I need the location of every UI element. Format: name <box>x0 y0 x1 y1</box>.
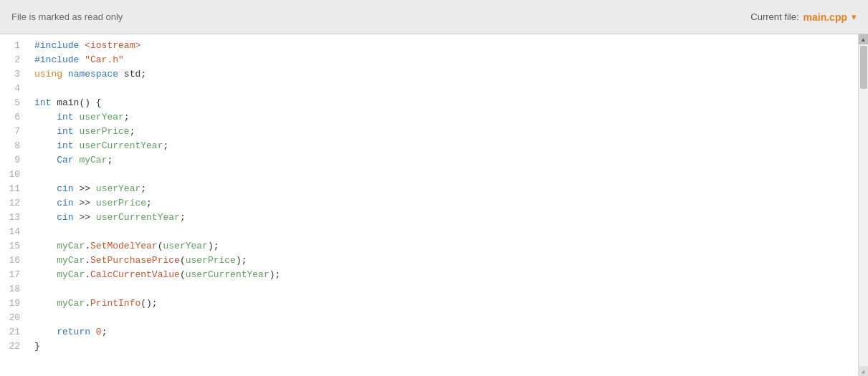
line-number: 12 <box>0 196 26 211</box>
code-token <box>34 155 57 165</box>
code-token: >> <box>74 183 96 194</box>
code-token: >> <box>74 212 96 223</box>
code-token: CalcCurrentValue <box>90 269 180 280</box>
code-token <box>90 327 96 337</box>
code-token: ; <box>124 112 130 122</box>
code-line <box>34 225 858 239</box>
scrollbar-up-button[interactable]: ▲ <box>859 34 869 44</box>
code-line: int userCurrentYear; <box>34 139 858 153</box>
code-token: >> <box>74 198 96 208</box>
code-token: ; <box>140 183 146 194</box>
line-number: 4 <box>0 82 26 96</box>
code-token: namespace <box>68 69 118 79</box>
code-token <box>34 140 57 151</box>
code-token: myCar <box>79 155 107 165</box>
code-line: int userPrice; <box>34 125 858 139</box>
line-numbers: 12345678910111213141516171819202122 <box>0 34 26 376</box>
code-line: #include <iostream> <box>34 39 858 53</box>
current-file-name: main.cpp <box>803 11 847 23</box>
line-number: 15 <box>0 239 26 254</box>
code-line: myCar.SetPurchasePrice(userPrice); <box>34 254 858 268</box>
code-line <box>34 311 858 325</box>
line-number: 13 <box>0 211 26 225</box>
line-number: 5 <box>0 96 26 110</box>
code-token: int <box>57 140 73 151</box>
editor-container: 12345678910111213141516171819202122 #inc… <box>0 34 868 376</box>
code-token: ; <box>102 327 108 337</box>
code-token <box>62 69 68 79</box>
code-token: ; <box>180 212 186 223</box>
code-token <box>34 241 57 251</box>
code-token: SetPurchasePrice <box>90 255 180 266</box>
code-token <box>34 269 57 280</box>
code-token: userCurrentYear <box>186 269 270 280</box>
scrollbar-thumb[interactable] <box>860 46 867 89</box>
line-number: 3 <box>0 67 26 82</box>
editor-scrollbar[interactable]: ▲ ▼ <box>858 34 868 376</box>
scrollbar-track[interactable] <box>859 44 868 366</box>
code-line: myCar.CalcCurrentValue(userCurrentYear); <box>34 268 858 282</box>
resize-icon: ◢ <box>862 368 865 375</box>
code-token: ( <box>180 255 186 266</box>
code-token: userPrice <box>79 126 129 137</box>
code-token: userYear <box>96 183 140 194</box>
code-token: ; <box>107 155 113 165</box>
code-token: userCurrentYear <box>96 212 180 223</box>
code-token: myCar <box>57 241 85 251</box>
line-number: 14 <box>0 225 26 239</box>
code-token: } <box>34 341 40 352</box>
code-token: ; <box>130 126 135 137</box>
code-token <box>34 183 57 194</box>
code-token: ( <box>180 269 186 280</box>
code-token: userPrice <box>186 255 236 266</box>
line-number: 11 <box>0 182 26 196</box>
code-token: . <box>85 255 90 266</box>
code-token: <iostream> <box>85 40 140 51</box>
code-token: userPrice <box>96 198 146 208</box>
code-line: } <box>34 339 858 354</box>
code-token <box>34 327 57 337</box>
code-line: Car myCar; <box>34 153 858 168</box>
code-token: ; <box>163 140 168 151</box>
line-number: 17 <box>0 268 26 282</box>
code-token: #include <box>34 40 85 51</box>
code-token: . <box>85 269 90 280</box>
code-token: cin <box>57 198 73 208</box>
code-line: myCar.PrintInfo(); <box>34 297 858 311</box>
code-token <box>34 212 57 223</box>
code-token: using <box>34 69 62 79</box>
code-token: cin <box>57 212 73 223</box>
line-number: 10 <box>0 168 26 182</box>
line-number: 22 <box>0 339 26 354</box>
read-only-label: File is marked as read only <box>11 11 123 22</box>
code-token: . <box>85 298 90 309</box>
line-number: 8 <box>0 139 26 153</box>
code-token: int <box>57 112 73 122</box>
code-token: PrintInfo <box>90 298 140 309</box>
dropdown-arrow-icon[interactable]: ▾ <box>852 11 857 22</box>
code-area[interactable]: #include <iostream>#include "Car.h"using… <box>26 34 858 376</box>
code-token: return <box>57 327 90 337</box>
line-number: 18 <box>0 282 26 297</box>
code-line: cin >> userCurrentYear; <box>34 211 858 225</box>
code-token: myCar <box>57 269 85 280</box>
code-line: cin >> userPrice; <box>34 196 858 211</box>
code-token: int <box>57 126 73 137</box>
line-number: 7 <box>0 125 26 139</box>
code-token: userYear <box>79 112 123 122</box>
resize-corner: ◢ <box>858 366 868 376</box>
line-number: 16 <box>0 254 26 268</box>
code-line: int userYear; <box>34 110 858 125</box>
code-token: userYear <box>163 241 207 251</box>
code-token: ; <box>146 198 152 208</box>
code-token: userCurrentYear <box>79 140 163 151</box>
code-line: int main() { <box>34 96 858 110</box>
code-token: 0 <box>96 327 102 337</box>
current-file-prefix: Current file: <box>750 11 798 22</box>
line-number: 20 <box>0 311 26 325</box>
code-line <box>34 168 858 182</box>
line-number: 6 <box>0 110 26 125</box>
code-token: SetModelYear <box>90 241 158 251</box>
line-number: 2 <box>0 53 26 67</box>
header-bar: File is marked as read only Current file… <box>0 0 868 34</box>
